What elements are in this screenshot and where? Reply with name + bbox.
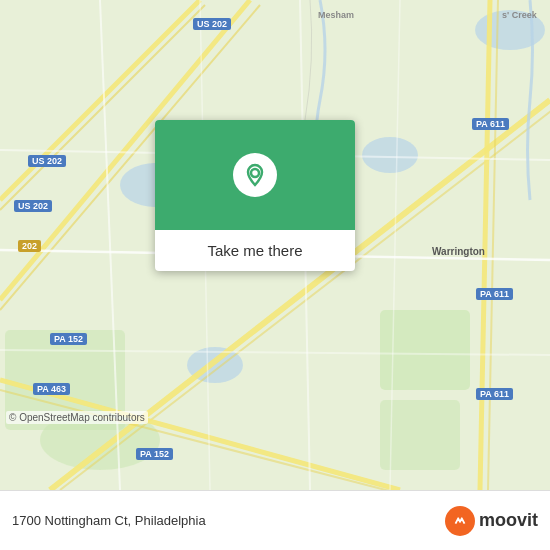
road-badge-202: 202 (18, 240, 41, 252)
road-badge-pa611-mid: PA 611 (476, 288, 513, 300)
moovit-logo: moovit (445, 506, 538, 536)
take-me-there-button[interactable]: Take me there (207, 242, 302, 259)
moovit-logo-icon (445, 506, 475, 536)
popup-card-bottom: Take me there (155, 230, 355, 271)
warrington-label: Warrington (432, 246, 485, 257)
svg-point-26 (251, 169, 259, 177)
creek-label: s' Creek (502, 10, 537, 20)
road-badge-pa611-top: PA 611 (472, 118, 509, 130)
road-badge-pa611-bot: PA 611 (476, 388, 513, 400)
popup-map-area (155, 120, 355, 230)
road-badge-pa463: PA 463 (33, 383, 70, 395)
road-badge-us202-left2: US 202 (14, 200, 52, 212)
mesham-label: Mesham (318, 10, 354, 20)
location-pin (233, 153, 277, 197)
address-text: 1700 Nottingham Ct, Philadelphia (12, 513, 206, 528)
road-badge-us202-top: US 202 (193, 18, 231, 30)
road-badge-us202-left: US 202 (28, 155, 66, 167)
info-bar: 1700 Nottingham Ct, Philadelphia moovit (0, 490, 550, 550)
svg-point-2 (362, 137, 418, 173)
road-badge-pa152-mid: PA 152 (50, 333, 87, 345)
popup-card: Take me there (155, 120, 355, 271)
map-container: US 202 US 202 US 202 202 PA 611 PA 611 P… (0, 0, 550, 490)
attribution-text: © OpenStreetMap contributors (6, 411, 148, 424)
road-badge-pa152-bot: PA 152 (136, 448, 173, 460)
moovit-text: moovit (479, 510, 538, 531)
